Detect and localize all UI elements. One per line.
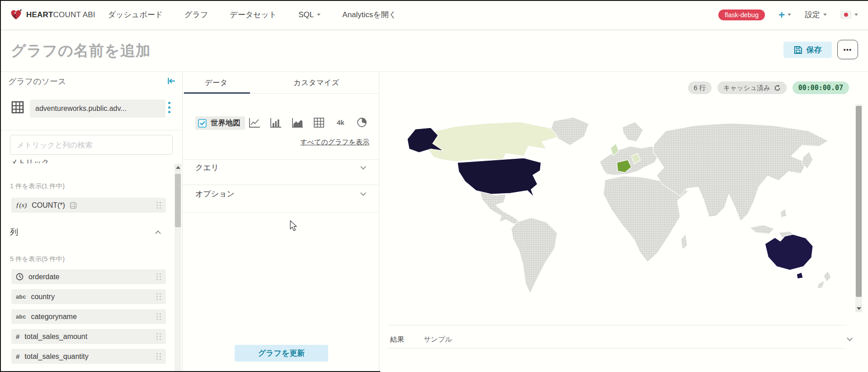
nav-item-dashboards[interactable]: ダッシュボード	[108, 10, 163, 20]
query-section-header[interactable]: クエリ	[195, 162, 219, 173]
options-section-header[interactable]: オプション	[195, 189, 235, 199]
chart-source-panel: グラフのソース adventureworks.public.adv... メトリ…	[0, 72, 183, 372]
chart-preview-panel: 6 行 キャッシュ済み 00:00:00.07	[379, 72, 868, 372]
update-chart-button[interactable]: グラフを更新	[235, 345, 328, 362]
heart-logo-icon	[10, 9, 22, 21]
scroll-up-button[interactable]	[175, 164, 181, 171]
settings-menu[interactable]: 設定	[805, 10, 827, 20]
scroll-down-button[interactable]	[855, 305, 862, 312]
scrollbar-thumb[interactable]	[175, 174, 181, 227]
metric-item-count[interactable]: ƒ(x) COUNT(*)	[11, 198, 166, 213]
metrics-columns-search-input[interactable]	[10, 135, 173, 155]
text-type-icon: abc	[16, 294, 26, 300]
samples-tab[interactable]: サンプル	[424, 335, 452, 344]
drag-handle-icon[interactable]	[156, 202, 161, 209]
country-greenland	[551, 117, 589, 145]
mouse-cursor	[289, 220, 297, 231]
collapse-panel-icon[interactable]	[167, 77, 175, 85]
big-number-icon[interactable]: 4k	[335, 119, 346, 126]
chart-config-panel: データ カスタマイズ 世界地図 4k	[183, 72, 379, 372]
drag-handle-icon[interactable]	[156, 313, 161, 320]
drag-handle-icon[interactable]	[156, 353, 161, 360]
tab-customize[interactable]: カスタマイズ	[293, 78, 339, 88]
left-panel-scrollbar[interactable]	[175, 164, 181, 372]
country-mexico-central-america	[480, 191, 521, 225]
column-item-categoryname[interactable]: abc categoryname	[11, 309, 166, 324]
nav-item-charts[interactable]: グラフ	[184, 10, 208, 20]
viz-type-shortcuts: 4k	[249, 117, 368, 128]
collapse-columns-chevron-icon[interactable]	[155, 230, 161, 236]
dataset-table-icon	[11, 101, 24, 114]
save-button[interactable]: 保存	[783, 42, 832, 58]
language-menu[interactable]	[840, 11, 858, 19]
checked-checkbox-icon[interactable]	[198, 119, 207, 128]
drag-handle-icon[interactable]	[156, 273, 161, 280]
metric-label: COUNT(*)	[32, 201, 65, 210]
divider	[183, 212, 379, 213]
collapse-results-chevron-icon[interactable]	[847, 335, 853, 341]
view-all-charts-link[interactable]: すべてのグラフを表示	[300, 138, 369, 147]
triangle-down-icon	[857, 307, 861, 310]
dataset-options-kebab-icon[interactable]	[168, 102, 170, 113]
column-item-total-sales-quantity[interactable]: # total_sales_quantity	[11, 349, 166, 364]
chart-panel-scrollbar[interactable]	[855, 104, 862, 312]
text-type-icon: abc	[16, 314, 26, 320]
world-map-chart[interactable]	[387, 103, 853, 324]
nav-item-open-analytics[interactable]: Analyticsを開く	[342, 10, 396, 20]
country-canada	[427, 122, 558, 162]
continent-asia	[653, 123, 828, 221]
pie-chart-icon[interactable]	[356, 117, 368, 128]
columns-section-header: 列	[10, 227, 18, 238]
frame-edge-left	[0, 0, 1, 372]
column-item-country[interactable]: abc country	[11, 289, 166, 304]
metrics-count-label: 1 件を表示(1 件中)	[10, 182, 65, 191]
bar-chart-icon[interactable]	[270, 118, 282, 128]
nav-links: ダッシュボード グラフ データセット SQL Analyticsを開く	[108, 10, 396, 20]
scrollbar-thumb[interactable]	[856, 106, 862, 297]
number-type-icon: #	[16, 333, 19, 340]
metrics-section-header-clipped: メトリック	[10, 158, 49, 163]
continent-europe	[600, 146, 660, 175]
table-icon[interactable]	[313, 118, 325, 128]
chart-source-title: グラフのソース	[8, 76, 66, 87]
new-item-button[interactable]: +	[778, 10, 791, 20]
tab-data[interactable]: データ	[205, 78, 227, 88]
expand-options-chevron-icon[interactable]	[360, 190, 366, 196]
save-floppy-icon	[794, 46, 802, 54]
column-item-total-sales-amount[interactable]: # total_sales_amount	[11, 329, 166, 344]
app-window: HEARTCOUNT ABI ダッシュボード グラフ データセット SQL An…	[0, 0, 868, 372]
results-tab[interactable]: 結果	[390, 335, 404, 344]
area-chart-icon[interactable]	[292, 118, 303, 128]
dataset-name[interactable]: adventureworks.public.adv...	[30, 100, 165, 118]
active-tab-underline	[184, 92, 250, 94]
row-count-badge: 6 行	[688, 81, 712, 94]
column-item-orderdate[interactable]: orderdate	[11, 269, 166, 284]
viz-type-chip-world-map[interactable]: 世界地図	[195, 116, 245, 130]
divider	[387, 348, 847, 348]
drag-handle-icon[interactable]	[156, 293, 161, 300]
chevron-down-icon	[854, 14, 858, 16]
query-status-badges: 6 行 キャッシュ済み 00:00:00.07	[688, 81, 849, 94]
nav-item-datasets[interactable]: データセット	[230, 10, 277, 20]
config-tabbar: データ カスタマイズ	[183, 72, 379, 94]
query-timer-badge: 00:00:00.07	[793, 81, 849, 94]
line-chart-icon[interactable]	[249, 118, 260, 128]
function-icon: ƒ(x)	[16, 201, 27, 209]
country-new-zealand	[817, 281, 825, 289]
drag-handle-icon[interactable]	[156, 333, 161, 340]
expand-query-chevron-icon[interactable]	[360, 164, 366, 170]
map-countries[interactable]	[407, 117, 831, 294]
divider	[183, 159, 379, 160]
more-options-button[interactable]: •••	[837, 40, 858, 59]
columns-count-label: 5 件を表示(5 件中)	[10, 255, 65, 263]
nav-right: flask-debug + 設定	[718, 10, 858, 20]
nav-item-sql[interactable]: SQL	[298, 10, 321, 19]
chart-name-input[interactable]: グラフの名前を追加	[11, 41, 151, 61]
cache-status-badge[interactable]: キャッシュ済み	[717, 81, 787, 94]
number-type-icon: #	[16, 353, 19, 360]
refresh-icon[interactable]	[774, 85, 781, 91]
brand-logo[interactable]: HEARTCOUNT ABI	[10, 9, 95, 21]
divider	[183, 185, 379, 185]
frame-edge-top	[0, 0, 868, 1]
brand-text: HEARTCOUNT ABI	[26, 10, 95, 19]
